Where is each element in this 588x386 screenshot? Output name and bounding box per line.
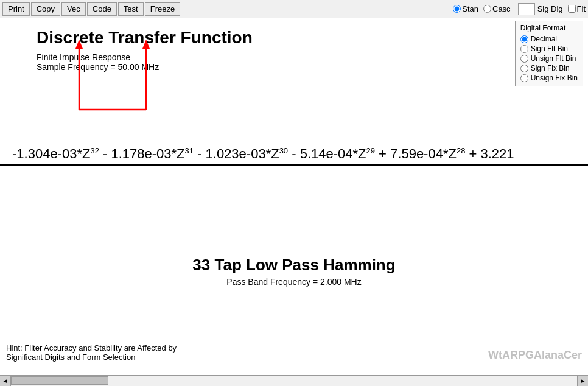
- scroll-left-button[interactable]: ◄: [0, 376, 11, 387]
- stan-casc-radio-group: Stan Casc: [453, 4, 510, 13]
- copy-button[interactable]: Copy: [31, 2, 60, 16]
- scroll-track[interactable]: [11, 376, 577, 387]
- stan-radio-label[interactable]: Stan: [453, 4, 478, 13]
- horizontal-scrollbar[interactable]: ◄ ►: [0, 375, 588, 386]
- test-button[interactable]: Test: [118, 2, 144, 16]
- filter-title: 33 Tap Low Pass Hamming: [0, 256, 588, 275]
- scroll-right-button[interactable]: ►: [577, 376, 588, 387]
- stan-radio[interactable]: [453, 5, 461, 13]
- sig-dig-input[interactable]: 4: [518, 3, 535, 15]
- freeze-button[interactable]: Freeze: [145, 2, 180, 16]
- toolbar: Print Copy Vec Code Test Freeze Stan Cas…: [0, 0, 588, 18]
- casc-radio[interactable]: [483, 5, 491, 13]
- formula-text: -1.304e-03*Z32 - 1.178e-03*Z31 - 1.023e-…: [12, 146, 514, 161]
- svg-marker-1: [75, 40, 83, 49]
- fit-checkbox-area: Fit: [568, 4, 586, 13]
- print-button[interactable]: Print: [2, 2, 30, 16]
- filter-subtitle: Pass Band Frequency = 2.000 MHz: [0, 277, 588, 287]
- hint-line1: Hint: Filter Accuracy and Stability are …: [6, 343, 177, 353]
- hint-area: Hint: Filter Accuracy and Stability are …: [6, 343, 177, 362]
- vec-button[interactable]: Vec: [61, 2, 86, 16]
- watermark: WtARPGAlanaCer: [488, 349, 582, 362]
- arrows-svg: [55, 37, 189, 116]
- fit-label: Fit: [577, 4, 586, 13]
- scroll-thumb[interactable]: [11, 376, 108, 385]
- casc-radio-label[interactable]: Casc: [483, 4, 511, 13]
- sig-dig-area: 4 Sig Dig: [518, 3, 563, 15]
- code-button[interactable]: Code: [87, 2, 117, 16]
- sig-dig-label: Sig Dig: [537, 4, 563, 13]
- main-content: Discrete Transfer Function Finite Impuls…: [0, 18, 588, 374]
- formula-area: -1.304e-03*Z32 - 1.178e-03*Z31 - 1.023e-…: [0, 146, 588, 166]
- svg-marker-3: [142, 40, 150, 49]
- fit-checkbox[interactable]: [568, 5, 576, 13]
- hint-line2: Significant Digits and Form Selection: [6, 353, 177, 362]
- filter-section: 33 Tap Low Pass Hamming Pass Band Freque…: [0, 256, 588, 287]
